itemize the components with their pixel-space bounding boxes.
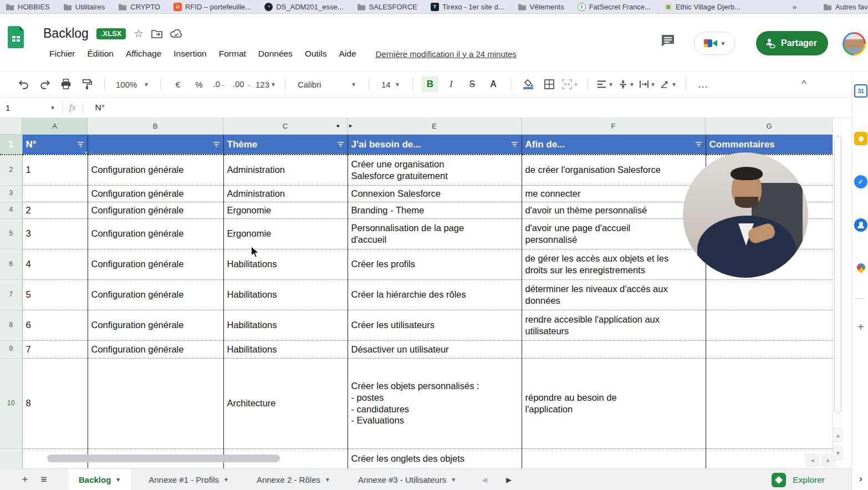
tab-annexe-1-profils[interactable]: Annexe #1 - Profils ▼ <box>139 469 239 490</box>
cell[interactable]: Administration <box>223 185 348 202</box>
menu-insertion[interactable]: Insertion <box>169 47 211 60</box>
cell[interactable]: 8 <box>22 358 88 448</box>
column-header-g[interactable]: G <box>706 118 833 135</box>
text-wrap-button[interactable]: ▼ <box>639 76 656 93</box>
cell[interactable]: Architecture <box>223 358 348 448</box>
more-toolbar-button[interactable]: … <box>695 76 712 93</box>
cell[interactable]: Configuration générale <box>88 249 223 279</box>
row-header[interactable]: 1 <box>0 135 22 155</box>
menu-aide[interactable]: Aide <box>334 47 361 60</box>
column-header-b[interactable]: B <box>88 118 223 135</box>
bookmark-hobbies[interactable]: HOBBIES <box>6 3 50 11</box>
vertical-scrollbar-thumb[interactable] <box>834 136 841 413</box>
filter-icon[interactable] <box>695 141 702 147</box>
cell[interactable] <box>706 358 833 448</box>
cell[interactable]: Configuration générale <box>88 155 223 185</box>
share-button[interactable]: Partager <box>756 31 828 55</box>
explore-button[interactable]: Explorer <box>772 469 825 490</box>
cell[interactable]: Créer les objets personnalisés : - poste… <box>348 358 522 448</box>
tasks-icon[interactable]: ✓ <box>854 175 867 188</box>
cell[interactable]: Personnalisation de la page d'accueil <box>348 218 522 249</box>
bookmark-tirexo[interactable]: TTirexo - 1er site d... <box>431 3 504 11</box>
italic-button[interactable]: I <box>443 76 459 93</box>
cell[interactable]: Configuration générale <box>88 202 223 218</box>
row-header[interactable]: 7 <box>0 279 22 310</box>
bookmark-utilitaires[interactable]: Utilitaires <box>63 3 105 11</box>
function-icon[interactable]: fx <box>69 103 76 113</box>
cell-g1[interactable]: Commentaires <box>706 135 833 155</box>
formula-input[interactable]: N° <box>95 103 105 113</box>
cell-b1[interactable] <box>88 135 223 155</box>
strikethrough-button[interactable]: S <box>464 76 481 93</box>
cell[interactable]: rendre accesible l'application aux utili… <box>522 310 706 340</box>
account-avatar[interactable] <box>843 32 866 55</box>
cell[interactable]: Créer les onglets des objets <box>348 448 522 468</box>
row-header[interactable]: 5 <box>0 218 22 249</box>
cell[interactable]: Créer les utilisateurs <box>348 310 522 340</box>
text-rotation-button[interactable]: ▼ <box>660 76 677 93</box>
fill-handle[interactable] <box>85 152 88 155</box>
text-color-button[interactable]: A <box>485 76 502 93</box>
name-box[interactable]: 1 ▼ <box>0 103 55 113</box>
cell-c1[interactable]: Thème <box>223 135 348 155</box>
filter-icon[interactable] <box>213 141 220 147</box>
bookmark-rfid[interactable]: URFID – portefeuille... <box>173 3 251 11</box>
cell[interactable]: 7 <box>22 340 88 358</box>
cell[interactable] <box>88 358 223 448</box>
row-header[interactable] <box>0 448 22 468</box>
cell[interactable] <box>522 340 706 358</box>
cell[interactable]: Configuration générale <box>88 310 223 340</box>
add-sheet-button[interactable]: + <box>16 469 34 490</box>
cell[interactable]: Ergonomie <box>223 202 348 218</box>
column-header-e[interactable]: E <box>348 118 522 135</box>
cell[interactable]: Créer une organisation Salesforce gratui… <box>348 155 522 185</box>
cell[interactable]: d'avoir une page d'accueil personnalisé <box>522 218 706 249</box>
scroll-right-button[interactable]: ▸ <box>821 453 836 467</box>
bookmark-ethic-village[interactable]: ▩Ethic Village Djerb... <box>664 3 741 11</box>
cell[interactable]: 3 <box>22 218 88 249</box>
zoom-select[interactable]: 100%▼ <box>114 76 151 93</box>
keep-icon[interactable] <box>854 132 867 145</box>
star-icon[interactable]: ☆ <box>134 28 143 39</box>
move-to-folder-icon[interactable] <box>151 29 162 38</box>
merge-cells-button[interactable]: ▼ <box>562 76 579 93</box>
cloud-status-icon[interactable] <box>170 29 182 38</box>
cell[interactable]: 5 <box>22 279 88 310</box>
decrease-decimal-button[interactable]: .0← <box>212 76 228 93</box>
cell[interactable]: de créer l'organisation Salesforce <box>522 155 706 185</box>
cell[interactable]: Branding - Theme <box>348 202 522 218</box>
scroll-left-button[interactable]: ◂ <box>805 453 820 467</box>
cell[interactable]: Configuration générale <box>88 340 223 358</box>
cell[interactable]: répondre au besoin de l'application <box>522 358 706 448</box>
bookmark-ds-adm201[interactable]: ◔DS_ADM201_esse... <box>264 3 343 11</box>
horizontal-align-button[interactable]: ▼ <box>597 76 614 93</box>
fill-color-button[interactable] <box>520 76 537 93</box>
bookmark-vetements[interactable]: Vêtements <box>518 3 564 11</box>
menu-donnees[interactable]: Données <box>253 47 298 60</box>
cell[interactable]: Habilitations <box>223 279 348 310</box>
row-header[interactable]: 6 <box>0 249 22 279</box>
maps-icon[interactable] <box>854 261 867 274</box>
cell[interactable]: Connexion Salesforce <box>348 185 522 202</box>
redo-button[interactable] <box>37 76 53 93</box>
cell[interactable]: Habilitations <box>223 249 348 279</box>
format-percent-button[interactable]: % <box>191 76 207 93</box>
cell[interactable]: Créer la hiérarchie des rôles <box>348 279 522 310</box>
cell[interactable]: Habilitations <box>223 340 348 358</box>
all-sheets-button[interactable]: ≡ <box>34 469 53 490</box>
cell[interactable] <box>706 279 833 310</box>
expand-panel-chevron[interactable]: › <box>854 472 867 486</box>
cell[interactable]: de gérer les accès aux objets et les dro… <box>522 249 706 279</box>
format-currency-button[interactable]: € <box>170 76 186 93</box>
collapse-toolbar-button[interactable]: ^ <box>801 79 806 89</box>
document-title[interactable]: Backlog <box>43 26 89 41</box>
cell-f1[interactable]: Afin de... <box>522 135 706 155</box>
google-sheets-logo[interactable] <box>8 26 24 48</box>
cell[interactable]: me connecter <box>522 185 706 202</box>
paint-format-button[interactable] <box>79 76 95 93</box>
font-size-select[interactable]: 14▼ <box>378 76 404 93</box>
bookmark-salesforce[interactable]: SALESFORCE <box>357 3 417 11</box>
cell[interactable] <box>706 310 833 340</box>
add-addon-button[interactable]: + <box>854 320 867 334</box>
vertical-scrollbar[interactable]: ▲ ▼ <box>833 118 843 468</box>
